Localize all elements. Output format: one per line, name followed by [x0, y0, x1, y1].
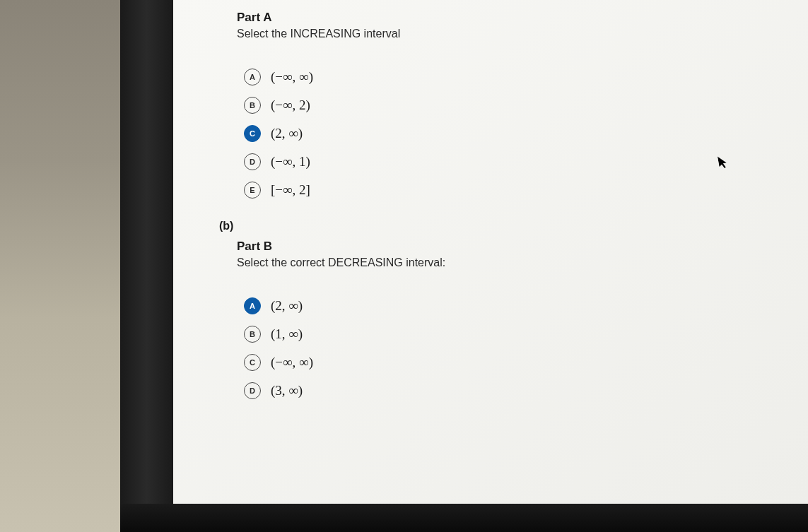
- option-letter-badge: B: [244, 326, 261, 343]
- option-letter-badge: B: [244, 97, 261, 114]
- option-text: (3, ∞): [271, 383, 303, 398]
- option-letter-badge: C: [244, 354, 261, 371]
- part-a-option-b[interactable]: B (−∞, 2): [244, 97, 787, 114]
- part-b-option-c[interactable]: C (−∞, ∞): [244, 354, 787, 371]
- option-text: (−∞, ∞): [271, 355, 313, 370]
- part-a-prompt: Select the INCREASING interval: [237, 28, 787, 40]
- option-text: (−∞, 2): [271, 97, 310, 113]
- part-a-option-c[interactable]: C (2, ∞): [244, 125, 787, 142]
- option-letter-badge: D: [244, 153, 261, 170]
- option-letter-badge: A: [244, 297, 261, 314]
- quiz-content-area: Part A Select the INCREASING interval A …: [173, 0, 808, 504]
- part-a-option-a[interactable]: A (−∞, ∞): [244, 69, 787, 85]
- option-letter-badge: E: [244, 182, 261, 199]
- part-b-option-b[interactable]: B (1, ∞): [244, 326, 787, 343]
- option-text: (1, ∞): [271, 326, 303, 342]
- part-b-options: A (2, ∞) B (1, ∞) C (−∞, ∞) D (3, ∞): [244, 297, 787, 399]
- option-text: [−∞, 2]: [271, 182, 310, 198]
- part-b-prompt: Select the correct DECREASING interval:: [237, 256, 787, 269]
- part-b-title: Part B: [237, 240, 787, 254]
- option-letter-badge: A: [244, 69, 261, 85]
- part-a-options: A (−∞, ∞) B (−∞, 2) C (2, ∞) D (−∞, 1) E…: [244, 69, 787, 199]
- option-text: (−∞, 1): [271, 154, 310, 170]
- option-text: (2, ∞): [271, 126, 303, 141]
- part-a-option-e[interactable]: E [−∞, 2]: [244, 182, 787, 199]
- option-letter-badge: D: [244, 382, 261, 399]
- laptop-bezel-left: [120, 0, 173, 532]
- part-a-title: Part A: [237, 11, 787, 25]
- part-a-section: Part A Select the INCREASING interval A …: [237, 11, 787, 199]
- part-b-option-d[interactable]: D (3, ∞): [244, 382, 787, 399]
- option-text: (−∞, ∞): [271, 69, 313, 85]
- laptop-bezel-bottom: [120, 504, 808, 532]
- classroom-background: [0, 0, 120, 532]
- part-b-section: (b) Part B Select the correct DECREASING…: [219, 220, 787, 399]
- option-text: (2, ∞): [271, 298, 303, 314]
- subsection-b-label: (b): [219, 220, 787, 232]
- part-a-option-d[interactable]: D (−∞, 1): [244, 153, 787, 170]
- option-letter-badge: C: [244, 125, 261, 142]
- part-b-option-a[interactable]: A (2, ∞): [244, 297, 787, 314]
